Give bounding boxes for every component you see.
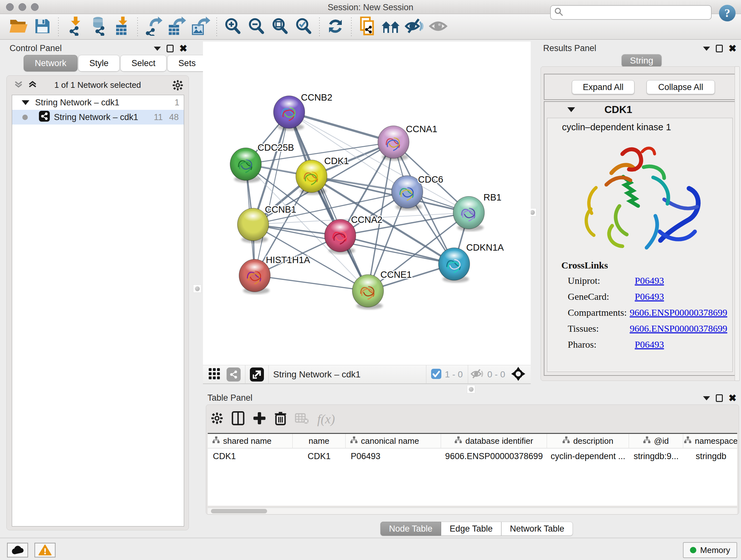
node-CDK1[interactable]	[296, 160, 327, 195]
import-network-file-button[interactable]	[63, 17, 86, 37]
results-panel-float-icon[interactable]	[716, 45, 723, 52]
import-table-button[interactable]	[110, 17, 133, 37]
hide-selected-button[interactable]	[403, 17, 426, 37]
birdseye-grid-icon[interactable]	[208, 368, 221, 381]
fit-selected-crosshair-icon[interactable]	[511, 367, 526, 382]
collection-expander-icon[interactable]	[22, 100, 29, 105]
open-session-button[interactable]	[7, 17, 30, 37]
column-header-name[interactable]: name	[293, 434, 346, 448]
column-header-shared-name[interactable]: shared name	[208, 434, 293, 448]
column-header-canonical-name[interactable]: canonical name	[346, 434, 441, 448]
tab-edge-table[interactable]: Edge Table	[441, 522, 501, 536]
tab-node-table[interactable]: Node Table	[381, 522, 441, 536]
zoom-selected-button[interactable]	[292, 17, 315, 37]
node-CDC25B[interactable]	[230, 148, 261, 183]
edge-CCNB2-CCNA1[interactable]	[289, 112, 394, 142]
apply-layout-button[interactable]	[324, 17, 347, 37]
add-column-icon[interactable]	[232, 411, 245, 427]
cell-canonical-name[interactable]: P06493	[346, 451, 441, 461]
table-panel-title: Table Panel	[207, 393, 253, 403]
cell-namespace[interactable]: stringdb	[683, 451, 737, 461]
import-network-database-button[interactable]	[86, 17, 110, 37]
control-panel-float-icon[interactable]	[166, 45, 174, 52]
save-session-button[interactable]	[30, 17, 54, 37]
network-canvas[interactable]: CCNB2 CCNA1 CDC25B CDK1 CDC6 RB1	[203, 42, 531, 365]
results-panel-minimize-icon[interactable]	[703, 47, 710, 51]
crosslink-row: GeneCard: P06493	[561, 291, 727, 302]
show-all-button[interactable]	[426, 17, 450, 37]
help-button[interactable]: ?	[719, 4, 736, 22]
tab-select[interactable]: Select	[120, 55, 166, 71]
crosslink-link[interactable]: 9606.ENSP00000378699	[630, 323, 727, 334]
cell-name[interactable]: CDK1	[293, 451, 346, 461]
tab-network-table[interactable]: Network Table	[501, 522, 573, 536]
network-share-button-icon[interactable]	[226, 368, 241, 381]
search-input[interactable]	[567, 6, 711, 18]
node-CCNE1[interactable]	[352, 274, 384, 309]
table-horizontal-scrollbar[interactable]	[208, 508, 737, 514]
results-scrollbar[interactable]	[735, 66, 740, 381]
cybrowser-home-button[interactable]	[379, 17, 403, 37]
network-options-gear-icon[interactable]	[172, 79, 184, 92]
zoom-in-button[interactable]	[221, 17, 245, 37]
cell-description[interactable]: cyclin-dependent ...	[547, 451, 629, 461]
selected-checkbox-icon[interactable]	[431, 368, 442, 381]
node-table[interactable]: shared namenamecanonical namedatabase id…	[208, 433, 737, 506]
expand-all-button[interactable]: Expand All	[572, 80, 634, 94]
cloud-button[interactable]	[7, 543, 28, 557]
delete-trash-icon[interactable]	[274, 411, 286, 427]
export-image-button[interactable]	[189, 17, 212, 37]
tab-network[interactable]: Network	[23, 55, 77, 71]
cell-shared-name[interactable]: CDK1	[208, 451, 293, 461]
crosslink-label: Pharos:	[561, 339, 635, 350]
table-scrollbar-thumb[interactable]	[211, 509, 267, 513]
collapse-all-button[interactable]: Collapse All	[647, 80, 715, 94]
memory-button[interactable]: Memory	[683, 542, 737, 558]
network-collection-row[interactable]: String Network – cdk1 1	[12, 95, 184, 110]
edge-CCNA2-CDKN1A[interactable]	[340, 236, 454, 264]
left-splitter-handle[interactable]	[193, 285, 201, 293]
table-gear-icon[interactable]	[211, 412, 223, 426]
column-type-icon	[212, 436, 220, 446]
table-panel-close-icon[interactable]: ✖	[729, 394, 737, 402]
zoom-fit-button[interactable]	[268, 17, 292, 37]
column-header-database-identifier[interactable]: database identifier	[441, 434, 547, 448]
control-panel-minimize-icon[interactable]	[154, 47, 161, 51]
network-row[interactable]: String Network – cdk1 11 48	[12, 110, 184, 125]
search-box[interactable]	[550, 5, 712, 20]
control-panel-close-icon[interactable]: ✖	[179, 45, 187, 52]
results-panel-close-icon[interactable]: ✖	[729, 45, 737, 52]
column-header-namespace[interactable]: namespace	[683, 434, 737, 448]
export-network-button[interactable]	[142, 17, 165, 37]
table-panel-minimize-icon[interactable]	[703, 396, 710, 400]
add-row-plus-icon[interactable]	[253, 412, 266, 426]
cell-database-identifier[interactable]: 9606.ENSP00000378699	[441, 451, 547, 461]
warnings-button[interactable]	[35, 543, 56, 557]
memory-status-dot-icon	[690, 547, 696, 553]
memory-label: Memory	[700, 545, 730, 555]
edge-CCNB2-HIST1H1A[interactable]	[255, 112, 289, 275]
crosslink-link[interactable]: P06493	[635, 291, 664, 302]
network-from-selection-button[interactable]	[355, 17, 379, 37]
crosslink-link[interactable]: P06493	[635, 339, 664, 350]
node-CCNA1[interactable]	[378, 126, 409, 161]
node-CDKN1A[interactable]	[439, 248, 470, 283]
column-header--id[interactable]: @id	[629, 434, 683, 448]
results-tab-string[interactable]: String	[622, 54, 662, 67]
node-CCNB1[interactable]	[238, 208, 269, 243]
table-panel-float-icon[interactable]	[716, 394, 723, 402]
node-RB1[interactable]	[453, 196, 484, 231]
zoom-out-button[interactable]	[245, 17, 268, 37]
edge-HIST1H1A-CCNE1[interactable]	[255, 275, 368, 291]
cell--id[interactable]: stringdb:9...	[629, 451, 683, 461]
column-header-description[interactable]: description	[547, 434, 629, 448]
cybrowser-home-icon	[381, 18, 401, 36]
hidden-eye-slash-icon[interactable]	[470, 368, 484, 381]
export-table-button[interactable]	[165, 17, 189, 37]
gene-expander-icon[interactable]	[567, 107, 575, 112]
tab-sets[interactable]: Sets	[167, 55, 207, 71]
crosslink-link[interactable]: 9606.ENSP00000378699	[630, 307, 727, 318]
open-in-window-icon[interactable]	[250, 368, 264, 381]
crosslink-link[interactable]: P06493	[635, 275, 664, 286]
tab-style[interactable]: Style	[78, 55, 120, 71]
